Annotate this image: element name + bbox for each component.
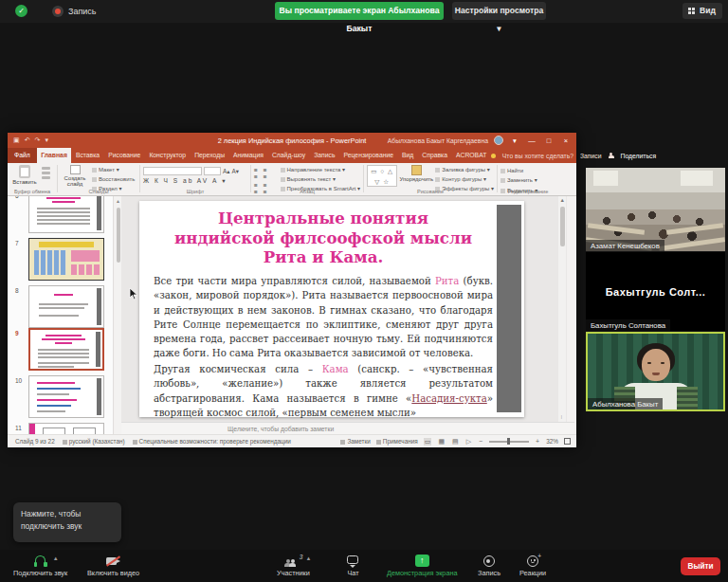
ribbon-tab[interactable]: Вид <box>398 148 418 163</box>
restore-button[interactable]: □ <box>543 136 555 145</box>
find-label: Найти <box>507 168 523 173</box>
close-button[interactable]: × <box>560 136 572 145</box>
ribbon-tab[interactable]: Переходы <box>191 148 229 163</box>
current-slide[interactable]: Центральные понятия индийской филсоофско… <box>139 201 524 417</box>
thumbnail-scrollbar[interactable]: ▲ <box>115 196 121 434</box>
security-shield-icon[interactable]: ✓ <box>15 5 27 17</box>
share-button[interactable]: Поделиться <box>621 153 657 159</box>
ribbon-tab[interactable]: Справка <box>418 148 452 163</box>
ribbon-options-icon[interactable]: ▾ <box>509 136 520 145</box>
participants-caret-icon[interactable]: ▲ <box>305 555 311 561</box>
zoom-percent[interactable]: 32% <box>546 438 558 445</box>
zoom-slider[interactable] <box>489 441 529 443</box>
list-buttons[interactable]: ≡ ≡ ≡ ≡ <box>254 167 278 180</box>
slide-title: Центральные понятия индийской филсоофско… <box>154 209 493 267</box>
ribbon-tab[interactable]: Конструктор <box>145 148 191 163</box>
paste-button[interactable]: Вставить <box>10 165 39 188</box>
replace-button[interactable]: Заменить ▾ <box>500 177 537 185</box>
tell-me-hint[interactable]: Что вы хотите сделать? <box>502 153 573 159</box>
slide-thumbnail-7[interactable] <box>28 238 104 281</box>
ribbon-tab[interactable]: ACROBAT <box>451 148 490 163</box>
record-button[interactable]: Запись <box>478 554 500 577</box>
canvas-scrollbar[interactable]: ▲ ⁞ <box>558 196 566 422</box>
new-slide-button[interactable]: Создать слайд <box>61 165 89 188</box>
scrollbar-thumb[interactable] <box>117 208 120 263</box>
redo-icon[interactable]: ↷ <box>35 136 41 144</box>
account-name[interactable]: Абылханова Бакыт Каргелдаевна <box>388 137 488 144</box>
font-size-box[interactable] <box>204 167 221 175</box>
chat-button[interactable]: Чат <box>347 554 359 577</box>
comments-toggle[interactable]: Примечания <box>376 438 418 445</box>
slide-thumbnail-8[interactable] <box>28 285 104 328</box>
slide-sorter-view-button[interactable]: ▦ <box>437 438 446 446</box>
scroll-up-icon[interactable]: ▲ <box>116 198 120 204</box>
accessibility-status[interactable]: Специальные возможности: проверьте реком… <box>133 438 291 445</box>
copy-icon[interactable] <box>42 172 50 174</box>
shape-outline-label: Контур фигуры ▾ <box>442 176 486 182</box>
slides-group-label: Слайды <box>58 189 139 194</box>
replace-icon <box>500 178 505 183</box>
slide-number: 7 <box>15 240 19 246</box>
view-button[interactable]: Вид <box>682 3 722 19</box>
participant-tile-2[interactable]: Бахытгуль Солт... Бахытгуль Солтанова <box>586 252 725 331</box>
ribbon-tab[interactable]: Файл <box>8 148 37 163</box>
font-format-buttons[interactable]: Ж К Ч S ab AV А ▾ <box>143 177 239 185</box>
start-video-button[interactable]: Включить видео <box>87 554 139 577</box>
zoom-in-button[interactable]: + <box>535 438 540 445</box>
participant-tile-1[interactable]: Азамат Кенешбеков <box>586 168 725 251</box>
grow-font-icon[interactable]: А▴ <box>223 168 229 175</box>
language-status[interactable]: русский (Казахстан) <box>63 438 125 445</box>
qat-dropdown-icon[interactable]: ▾ <box>45 136 48 144</box>
format-painter-icon[interactable] <box>42 176 50 179</box>
ribbon-tab[interactable]: Слайд-шоу <box>267 148 309 163</box>
slide-nav-buttons[interactable]: ⁞ <box>561 414 563 420</box>
share-screen-button[interactable]: ↑ Демонстрация экрана <box>387 554 458 577</box>
ribbon-tab[interactable]: Анимация <box>229 148 268 163</box>
ribbon-tab[interactable]: Рецензирование <box>339 148 397 163</box>
view-options-button[interactable]: Настройки просмотра ▾ <box>452 2 546 20</box>
align-text-button[interactable]: Выровнять текст ▾ <box>281 176 360 184</box>
minimize-button[interactable]: — <box>526 136 537 145</box>
ribbon-tab[interactable]: Рисование <box>104 148 145 163</box>
slide-thumbnail-11[interactable] <box>28 423 104 434</box>
slideshow-button[interactable]: ▷ <box>465 438 472 446</box>
ribbon-tab[interactable]: Запись <box>310 148 339 163</box>
font-name-box[interactable] <box>143 167 202 175</box>
slide-thumbnail-6[interactable] <box>28 196 104 233</box>
save-icon[interactable]: ▣ <box>13 136 20 144</box>
audio-options-caret-icon[interactable]: ▲ <box>53 555 59 561</box>
find-button[interactable]: Найти <box>500 168 537 175</box>
fit-slide-button[interactable] <box>564 438 571 445</box>
normal-view-button[interactable]: ▭ <box>424 438 432 446</box>
scrollbar-thumb[interactable] <box>560 207 565 246</box>
ribbon-tab[interactable]: Вставка <box>71 148 103 163</box>
participant-tile-3-active-speaker[interactable]: Абылханова Бакыт <box>586 332 725 411</box>
shapes-gallery[interactable]: ▭ ○ △ ▽ ☆ ◇ □ ○ ← → <box>367 165 397 187</box>
cut-icon[interactable] <box>42 167 50 170</box>
reading-view-button[interactable]: ▤ <box>451 438 460 446</box>
notes-pane[interactable]: Щелкните, чтобы добавить заметки <box>121 422 574 434</box>
zoom-out-button[interactable]: − <box>478 438 483 445</box>
records-button[interactable]: Записи <box>580 153 602 159</box>
scroll-up-icon[interactable]: ▲ <box>560 197 565 203</box>
reset-button[interactable]: Восстановить <box>92 176 135 184</box>
shape-outline-button[interactable]: Контур фигуры ▾ <box>435 176 494 184</box>
undo-icon[interactable]: ↶ <box>25 136 30 144</box>
zoom-slider-thumb[interactable] <box>507 438 510 445</box>
text-direction-button[interactable]: Направление текста ▾ <box>281 167 360 174</box>
layout-button[interactable]: Макет ▾ <box>92 167 135 174</box>
slide-thumbnail-10[interactable] <box>28 375 104 418</box>
reactions-button[interactable]: + Реакции <box>519 554 546 577</box>
ribbon-tab[interactable]: Главная <box>37 148 72 163</box>
notes-toggle[interactable]: Заметки <box>340 438 370 445</box>
leave-button[interactable]: Выйти <box>681 557 720 575</box>
join-audio-button[interactable]: ▲ Подключить звук <box>13 554 67 577</box>
notes-placeholder[interactable]: Щелкните, чтобы добавить заметки <box>228 426 334 432</box>
shape-fill-button[interactable]: Заливка фигуры ▾ <box>435 167 494 174</box>
participants-button[interactable]: 3 ▲ Участники <box>277 554 310 577</box>
slide-thumbnail-9-selected[interactable] <box>28 328 104 371</box>
shrink-font-icon[interactable]: А▾ <box>231 168 238 175</box>
arrange-button[interactable]: Упорядочить <box>400 165 432 188</box>
account-avatar[interactable] <box>494 136 503 145</box>
paste-icon <box>19 165 30 178</box>
